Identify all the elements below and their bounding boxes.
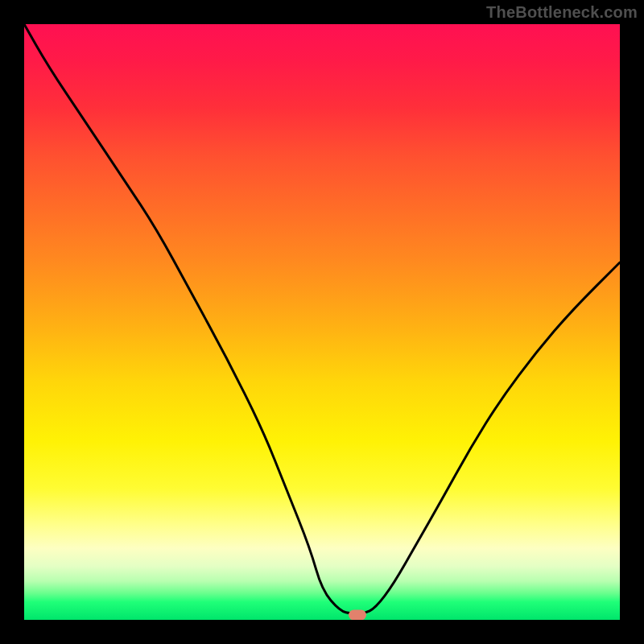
curve-svg (24, 24, 620, 620)
plot-area (24, 24, 620, 620)
chart-frame: TheBottleneck.com (0, 0, 644, 644)
bottleneck-curve (24, 24, 620, 614)
watermark-label: TheBottleneck.com (486, 3, 638, 22)
optimum-marker (349, 610, 366, 620)
